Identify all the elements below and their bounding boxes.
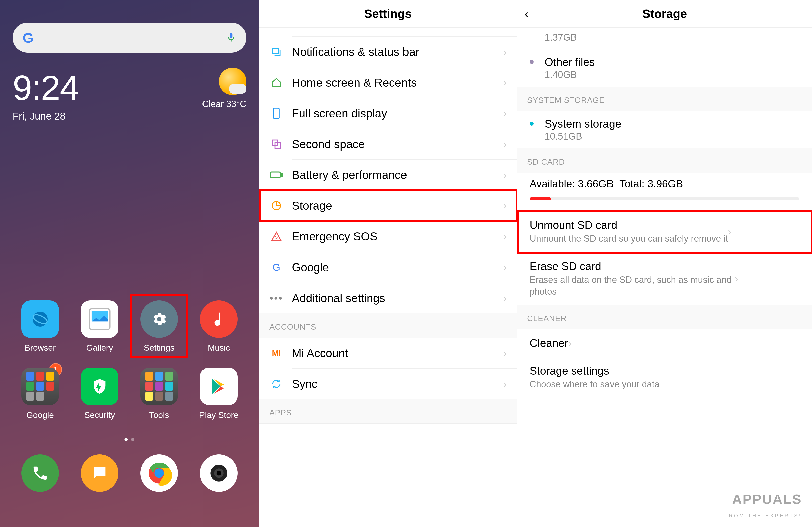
- home-screen: G 9:24 Fri, June 28 Clear 33°C Browser G…: [0, 0, 259, 527]
- weather-sun-icon: [219, 68, 246, 95]
- page-indicator: ● ●: [15, 435, 244, 443]
- row-additional[interactable]: ••• Additional settings›: [292, 283, 517, 313]
- dot-icon: [530, 122, 534, 126]
- storage-screen: ‹ Storage 1.37GB Other files 1.40GB SYST…: [517, 0, 812, 527]
- chevron-right-icon: ›: [503, 231, 507, 242]
- app-folder-tools[interactable]: Tools: [134, 368, 184, 420]
- row-storage-settings[interactable]: Storage settings Choose where to save yo…: [530, 357, 812, 398]
- row-sync[interactable]: Sync›: [292, 369, 517, 399]
- chevron-right-icon: ›: [503, 77, 507, 88]
- chevron-right-icon: ›: [568, 338, 571, 349]
- section-system-storage: SYSTEM STORAGE: [517, 87, 812, 111]
- app-row-1: Browser Gallery Settings Music: [15, 300, 244, 353]
- second-space-icon: [269, 137, 284, 151]
- app-camera[interactable]: Camera: [194, 454, 244, 497]
- chevron-right-icon: ›: [503, 348, 507, 359]
- row-storage[interactable]: Storage›: [292, 190, 517, 221]
- chevron-right-icon: ›: [735, 273, 738, 284]
- row-fullscreen[interactable]: Full screen display›: [292, 98, 517, 129]
- row-mi-account[interactable]: MI Mi Account›: [292, 338, 517, 369]
- section-accounts: ACCOUNTS: [259, 313, 517, 338]
- voice-search-icon[interactable]: [226, 32, 236, 43]
- mi-logo-icon: MI: [269, 346, 284, 360]
- google-g-icon: G: [269, 260, 284, 274]
- app-settings[interactable]: Settings: [134, 300, 184, 353]
- gallery-icon: [81, 300, 118, 338]
- storage-title: Storage: [642, 7, 687, 20]
- app-phone[interactable]: Phone: [15, 454, 65, 497]
- chevron-right-icon: ›: [503, 262, 507, 273]
- svg-rect-11: [273, 48, 278, 54]
- clock-widget[interactable]: 9:24 Fri, June 28: [13, 68, 78, 122]
- chevron-right-icon: ›: [503, 170, 507, 181]
- sync-icon: [269, 377, 284, 391]
- weather-widget[interactable]: Clear 33°C: [202, 68, 246, 109]
- chevron-right-icon: ›: [503, 293, 507, 304]
- chevron-right-icon: ›: [503, 46, 507, 58]
- sos-icon: S: [269, 230, 284, 244]
- row-system-storage[interactable]: System storage 10.51GB: [517, 111, 812, 148]
- app-playstore[interactable]: Play Store: [194, 368, 244, 420]
- clock-date: Fri, June 28: [13, 111, 78, 122]
- folder-google-icon: [21, 368, 59, 405]
- dot-icon: [530, 60, 534, 64]
- svg-point-10: [217, 471, 221, 476]
- settings-gear-icon: [141, 300, 178, 338]
- dock-row: Phone Messages Chrome Camera: [15, 454, 244, 497]
- row-erase-sd[interactable]: Erase SD card Erases all data on the SD …: [530, 252, 812, 305]
- chevron-right-icon: ›: [503, 378, 507, 390]
- app-music[interactable]: Music: [194, 300, 244, 353]
- fullscreen-icon: [269, 106, 284, 120]
- svg-rect-16: [280, 173, 282, 176]
- row-prev-item[interactable]: 1.37GB: [517, 28, 812, 49]
- settings-title: Settings: [364, 7, 411, 20]
- row-home-recents[interactable]: Home screen & Recents›: [292, 67, 517, 98]
- google-search-bar[interactable]: G: [13, 23, 246, 53]
- play-store-icon: [200, 368, 237, 405]
- row-notifications[interactable]: Notifications & status bar›: [292, 36, 517, 67]
- storage-pie-icon: [269, 199, 284, 213]
- music-icon: [200, 300, 237, 338]
- row-battery[interactable]: Battery & performance›: [292, 160, 517, 190]
- weather-text: Clear 33°C: [202, 99, 246, 109]
- battery-icon: [269, 168, 284, 182]
- section-apps: APPS: [259, 399, 517, 424]
- app-browser[interactable]: Browser: [15, 300, 65, 353]
- clock-time: 9:24: [13, 68, 78, 108]
- app-folder-google[interactable]: 1 Google: [15, 368, 65, 420]
- sd-card-usage-bar: [530, 197, 799, 201]
- storage-header: ‹ Storage: [517, 0, 812, 28]
- app-gallery[interactable]: Gallery: [75, 300, 125, 353]
- app-row-2: 1 Google Security Tools Play Store: [15, 368, 244, 420]
- row-other-files[interactable]: Other files 1.40GB: [517, 49, 812, 87]
- section-cleaner: CLEANER: [517, 305, 812, 329]
- watermark: APPUALSFROM THE EXPERTS!: [724, 493, 802, 519]
- browser-icon: [21, 300, 59, 338]
- settings-list[interactable]: Notifications & status bar› Home screen …: [259, 28, 517, 424]
- google-logo-icon: G: [23, 30, 33, 46]
- sd-card-usage-fill: [530, 197, 551, 201]
- messages-icon: [81, 454, 118, 492]
- phone-icon: [21, 454, 59, 492]
- app-messages[interactable]: Messages: [75, 454, 125, 497]
- row-unmount-sd[interactable]: Unmount SD card Unmount the SD card so y…: [530, 211, 812, 252]
- row-sos[interactable]: S Emergency SOS›: [292, 221, 517, 252]
- app-chrome[interactable]: Chrome: [134, 454, 184, 497]
- sd-card-stats: Available: 3.66GB Total: 3.96GB: [517, 173, 812, 192]
- svg-rect-15: [271, 172, 280, 178]
- svg-text:S: S: [275, 235, 278, 239]
- chevron-right-icon: ›: [503, 138, 507, 150]
- row-google[interactable]: G Google›: [292, 252, 517, 283]
- security-shield-icon: [81, 368, 118, 405]
- chrome-icon: [141, 454, 178, 492]
- settings-screen: Settings Notifications & status bar› Hom…: [259, 0, 517, 527]
- chevron-right-icon: ›: [503, 200, 507, 211]
- chevron-right-icon: ›: [503, 108, 507, 119]
- row-cleaner[interactable]: Cleaner ›: [530, 329, 812, 357]
- row-second-space[interactable]: Second space›: [292, 129, 517, 160]
- camera-icon: [200, 454, 237, 492]
- dots-icon: •••: [269, 291, 284, 305]
- storage-list[interactable]: 1.37GB Other files 1.40GB SYSTEM STORAGE…: [517, 28, 812, 398]
- back-button[interactable]: ‹: [525, 7, 528, 20]
- app-security[interactable]: Security: [75, 368, 125, 420]
